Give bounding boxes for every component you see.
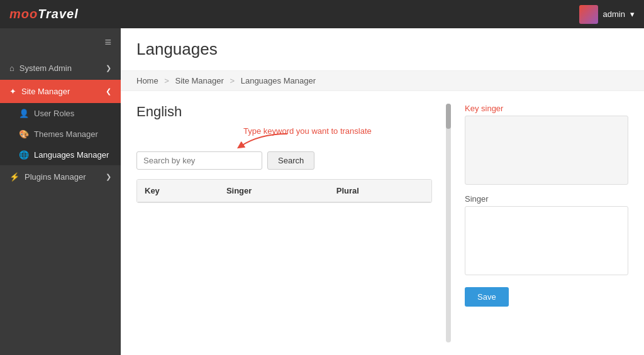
- key-singer-label: Key singer: [465, 104, 628, 113]
- main-layout: ≡ ⌂ System Admin ❯ ✦ Site Manager ❮ 👤 Us…: [0, 28, 644, 355]
- sidebar-item-plugins-manager[interactable]: ⚡ Plugins Manager ❯: [0, 165, 121, 188]
- sidebar-label: Site Manager: [21, 87, 70, 96]
- save-button[interactable]: Save: [465, 287, 509, 307]
- table-header-row: Key Singer Plural: [137, 180, 431, 202]
- singer-textarea[interactable]: [465, 206, 628, 275]
- plugins-icon: ⚡: [9, 172, 19, 182]
- home-icon: ⌂: [9, 63, 14, 73]
- singer-section: Singer: [465, 194, 628, 277]
- sidebar-item-languages-manager[interactable]: 🌐 Languages Manager: [0, 145, 121, 165]
- singer-label: Singer: [465, 194, 628, 204]
- sidebar: ≡ ⌂ System Admin ❯ ✦ Site Manager ❮ 👤 Us…: [0, 28, 121, 355]
- breadcrumb-current: Languages Manager: [241, 76, 316, 85]
- sidebar-label: Plugins Manager: [25, 172, 86, 182]
- logo-text-2: Travel: [38, 7, 79, 21]
- breadcrumb-sep-2: >: [230, 76, 235, 85]
- search-row: Search: [136, 151, 432, 170]
- gear-icon: ✦: [9, 87, 16, 96]
- col-key: Key: [137, 180, 219, 202]
- page-title: Languages: [136, 40, 628, 59]
- sidebar-label: System Admin: [19, 63, 72, 73]
- avatar: [579, 5, 598, 24]
- sidebar-submenu: 👤 User Roles 🎨 Themes Manager 🌐 Language…: [0, 103, 121, 165]
- page-header: Languages: [121, 28, 644, 70]
- chevron-left-icon: ❮: [106, 87, 111, 96]
- content-area: Languages Home > Site Manager > Language…: [121, 28, 644, 355]
- breadcrumb-home[interactable]: Home: [136, 76, 158, 85]
- sidebar-sub-label: Languages Manager: [34, 150, 109, 160]
- scrollbar[interactable]: [446, 104, 451, 342]
- translation-table: Key Singer Plural: [136, 179, 432, 203]
- sidebar-item-system-admin[interactable]: ⌂ System Admin ❯: [0, 57, 121, 80]
- table: Key Singer Plural: [137, 180, 431, 202]
- user-chevron-icon: ▾: [630, 9, 635, 19]
- sidebar-item-site-manager[interactable]: ✦ Site Manager ❮: [0, 80, 121, 103]
- col-singer: Singer: [219, 180, 329, 202]
- breadcrumb-site-manager[interactable]: Site Manager: [175, 76, 224, 85]
- search-button[interactable]: Search: [267, 151, 314, 170]
- left-panel: English Type keyword you want to transla…: [136, 104, 432, 342]
- search-input[interactable]: [136, 151, 262, 170]
- logo-text: moo: [9, 7, 38, 21]
- user-menu[interactable]: admin ▾: [579, 5, 635, 24]
- sidebar-item-user-roles[interactable]: 👤 User Roles: [0, 103, 121, 124]
- key-singer-section: Key singer: [465, 104, 628, 187]
- user-roles-icon: 👤: [19, 109, 29, 118]
- themes-icon: 🎨: [19, 129, 29, 139]
- sidebar-item-themes-manager[interactable]: 🎨 Themes Manager: [0, 124, 121, 145]
- hamburger-icon[interactable]: ≡: [0, 28, 121, 57]
- sidebar-sub-label: User Roles: [34, 109, 74, 118]
- user-label: admin: [603, 9, 625, 19]
- breadcrumb-sep-1: >: [164, 76, 169, 85]
- chevron-right-icon: ❯: [106, 64, 111, 72]
- languages-icon: 🌐: [19, 150, 29, 160]
- hint-arrow-icon: [234, 133, 291, 151]
- sidebar-sub-label: Themes Manager: [34, 129, 98, 139]
- col-plural: Plural: [329, 180, 431, 202]
- language-title: English: [136, 104, 432, 120]
- topnav: mooTravel admin ▾: [0, 0, 644, 28]
- scrollbar-thumb: [446, 104, 451, 129]
- hint-container: Type keyword you want to translate: [136, 126, 432, 151]
- key-singer-textarea[interactable]: [465, 116, 628, 185]
- right-panel: Key singer Singer Save: [465, 104, 628, 342]
- content-body: English Type keyword you want to transla…: [121, 91, 644, 355]
- chevron-right-icon: ❯: [106, 173, 111, 181]
- breadcrumb: Home > Site Manager > Languages Manager: [121, 70, 644, 91]
- app-logo: mooTravel: [9, 7, 79, 21]
